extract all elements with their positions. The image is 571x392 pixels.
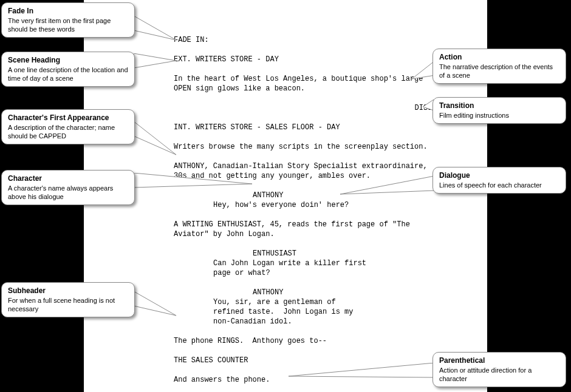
dialogue-line: Can John Logan write a killer first (174, 259, 470, 268)
callout-desc: Film editing instructions (439, 112, 509, 119)
callout-scene-heading: Scene Heading A one line description of … (1, 52, 135, 87)
callout-desc: The very first item on the first page sh… (8, 17, 111, 33)
callout-title: Fade In (8, 7, 128, 15)
callout-title: Transition (439, 101, 559, 110)
action-line: The phone RINGS. Anthony goes to-- (174, 336, 470, 346)
blank-line (174, 326, 470, 336)
blank-line (174, 132, 470, 142)
callout-desc: The narrative description of the events … (439, 63, 553, 79)
blank-line (174, 210, 470, 220)
callout-first-appearance: Character's First Appearance A descripti… (1, 109, 135, 144)
callout-title: Character (8, 174, 128, 183)
dialogue-line: page or what? (174, 268, 470, 278)
svg-marker-5 (412, 61, 435, 79)
blank-line (174, 239, 470, 249)
pointer-icon (134, 173, 255, 191)
pointer-icon (134, 53, 182, 72)
fade-in-line: FADE IN: (174, 35, 470, 45)
svg-marker-3 (134, 173, 252, 188)
callout-parenthetical: Parenthetical Action or attitude directi… (433, 352, 566, 387)
callout-transition: Transition Film editing instructions (433, 97, 566, 124)
callout-dialogue: Dialogue Lines of speech for each charac… (433, 167, 566, 194)
character-cue: ENTHUSIAST (174, 249, 470, 259)
pointer-icon (340, 176, 437, 200)
callout-desc: Lines of speech for each character (439, 181, 542, 189)
pointer-icon (134, 16, 182, 43)
character-cue: ANTHONY (174, 288, 470, 297)
dialogue-line: non-Canadian idol. (174, 317, 470, 326)
svg-marker-2 (134, 121, 176, 155)
callout-title: Character's First Appearance (8, 113, 128, 122)
callout-desc: For when a full scene heading is not nec… (8, 297, 115, 313)
callout-subheader: Subheader For when a full scene heading … (1, 282, 135, 317)
callout-title: Scene Heading (8, 56, 128, 64)
svg-marker-8 (289, 363, 434, 377)
callout-desc: A one line description of the location a… (8, 66, 128, 82)
action-line: Writers browse the many scripts in the s… (174, 142, 470, 152)
callout-title: Action (439, 53, 559, 61)
callout-title: Dialogue (439, 171, 559, 180)
svg-marker-7 (340, 176, 434, 194)
blank-line (174, 152, 470, 161)
pointer-icon (134, 291, 182, 319)
callout-desc: A character's name always appears above … (8, 184, 113, 200)
dialogue-line: You, sir, are a gentleman of (174, 297, 470, 307)
action-line: ANTHONY, Canadian-Italian Story Speciali… (174, 161, 470, 171)
pointer-icon (134, 121, 182, 158)
scene-heading: INT. WRITERS STORE - SALES FLOOR - DAY (174, 123, 470, 132)
callout-title: Subheader (8, 286, 128, 295)
dialogue-line: Hey, how's everyone doin' here? (174, 200, 470, 210)
callout-title: Parenthetical (439, 356, 559, 365)
blank-line (174, 278, 470, 288)
callout-action: Action The narrative description of the … (433, 49, 566, 84)
blank-line (174, 45, 470, 55)
action-line: A WRITING ENTHUSIAST, 45, reads the firs… (174, 220, 470, 229)
action-line: OPEN sign glows like a beacon. (174, 84, 470, 93)
svg-marker-0 (134, 16, 176, 40)
callout-desc: Action or attitude direction for a chara… (439, 367, 532, 382)
pointer-icon (289, 363, 437, 381)
action-line: Aviator" by John Logan. (174, 229, 470, 239)
svg-marker-1 (134, 53, 176, 68)
blank-line (174, 346, 470, 356)
blank-line (174, 113, 470, 123)
svg-marker-4 (134, 291, 176, 316)
callout-character: Character A character's name always appe… (1, 170, 135, 205)
callout-desc: A description of the character; name sho… (8, 124, 115, 140)
callout-fade-in: Fade In The very first item on the first… (1, 2, 135, 38)
blank-line (174, 385, 470, 392)
dialogue-line: refined taste. John Logan is my (174, 307, 470, 317)
